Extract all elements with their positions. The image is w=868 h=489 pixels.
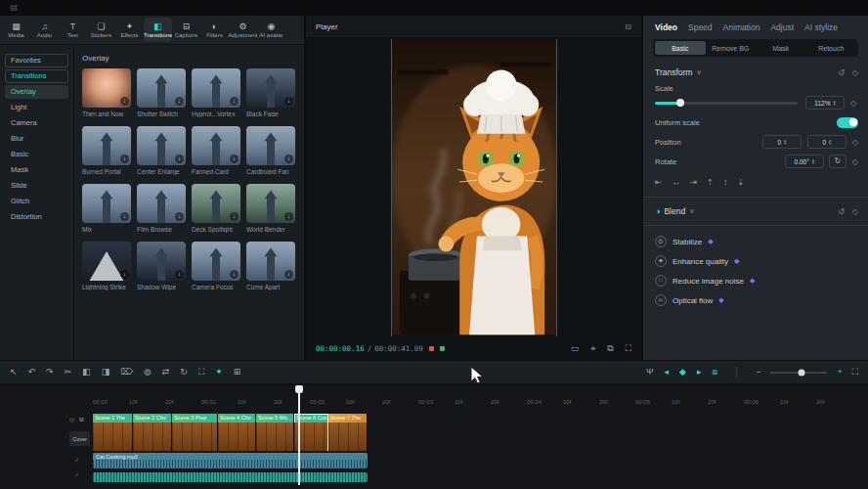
audio-track-icon[interactable]: ♪	[75, 456, 79, 463]
transition-item[interactable]: ↓ Center Enlarge	[137, 126, 186, 175]
caret-down-icon[interactable]: ▾	[784, 142, 786, 146]
cover-button[interactable]: Cover	[69, 431, 90, 446]
sidebar-item[interactable]: Basic	[5, 148, 68, 161]
transform-section-header[interactable]: Transform ∨ ↺ ◇	[655, 65, 858, 80]
playhead[interactable]	[298, 385, 300, 485]
ribbon-tab[interactable]: ⚙ Adjustment	[229, 18, 257, 42]
rotate-clip-icon[interactable]: ↻	[180, 368, 188, 377]
mirror-icon[interactable]: ⇄	[162, 368, 170, 377]
keyframe-icon[interactable]: ◇	[852, 68, 858, 77]
inspector-tab[interactable]: Adjust	[770, 22, 794, 32]
transition-item[interactable]: ↓ Then and Now	[82, 68, 131, 117]
music-track-icon[interactable]: ♪	[75, 471, 78, 477]
sidebar-item[interactable]: Glitch	[5, 195, 68, 208]
caret-down-icon[interactable]: ▾	[829, 142, 831, 146]
rotate-90-icon[interactable]: ↻	[829, 155, 846, 168]
smart-tools-icon[interactable]: ✦	[215, 368, 223, 377]
transition-item[interactable]: ↓ Mix	[82, 184, 131, 233]
add-keyframe-icon[interactable]: ◆	[679, 368, 686, 377]
transition-item[interactable]: ↓ Camera Focus	[192, 242, 240, 290]
position-y-box[interactable]: 0 ▴ ▾	[807, 135, 846, 149]
zoom-in-icon[interactable]: +	[837, 368, 842, 377]
voiceover-mic-icon[interactable]: Ψ	[646, 368, 654, 377]
transition-item[interactable]: ↓ World Bender	[246, 184, 295, 233]
snap-icon[interactable]: ⧈	[712, 368, 717, 377]
reset-icon[interactable]: ↺	[838, 207, 845, 216]
ribbon-tab[interactable]: ⊟ Captions	[172, 18, 200, 42]
keyframe-icon[interactable]: ◇	[852, 157, 858, 166]
ribbon-tab[interactable]: ◉ AI avatar	[257, 18, 285, 42]
scene-clip[interactable]: Scene 5 Mix	[256, 414, 294, 451]
align-icon[interactable]: ⇣	[737, 177, 744, 187]
keyframe-icon[interactable]: ◇	[850, 99, 856, 108]
feature-row[interactable]: ✦ Enhance quality ◆	[655, 251, 858, 271]
sidebar-item[interactable]: Slide	[5, 179, 68, 193]
transition-item[interactable]: ↓ Film Browse	[137, 184, 186, 233]
transition-item[interactable]: ↓ Shadow Wipe	[137, 242, 186, 290]
keyframe-prev-icon[interactable]: ◂	[664, 368, 669, 377]
caret-down-icon[interactable]: ▾	[812, 161, 814, 165]
transition-item[interactable]: ↓ Black Fade	[246, 68, 295, 117]
transition-item[interactable]: ↓ Hypnot...Vortex	[192, 68, 240, 117]
snapshot-icon[interactable]: ⌖	[590, 343, 595, 354]
scene-clip[interactable]: Scene 4 Cho	[218, 414, 256, 451]
ratio-icon[interactable]: ▭	[571, 343, 580, 354]
stepper-arrows-icon[interactable]: ▴ ▾	[833, 100, 835, 107]
transition-item[interactable]: ↓ Come Apart	[246, 242, 295, 290]
sidebar-item[interactable]: Camera	[5, 116, 68, 130]
trim-left-icon[interactable]: ◧	[82, 368, 91, 377]
sidebar-item[interactable]: Favorites	[5, 54, 68, 67]
fullscreen-icon[interactable]: ⛶	[626, 343, 631, 354]
scene-clip[interactable]: Scene 7 The	[328, 414, 368, 451]
timeline-ruler[interactable]: 00:0010f20f00:0110f20f00:0210f20f00:0310…	[93, 399, 852, 405]
split-icon[interactable]: ✂	[65, 368, 72, 377]
position-x-box[interactable]: 0 ▴ ▾	[762, 135, 802, 149]
transition-item[interactable]: ↓ Shutter Switch	[137, 68, 186, 117]
scene-clip[interactable]: Scene 2 Cho	[133, 414, 172, 451]
hide-track-icon[interactable]: ◎	[69, 416, 75, 423]
audio-clip[interactable]: Cat Cooking.mp3	[93, 453, 368, 468]
stepper-arrows-icon[interactable]: ▴ ▾	[784, 139, 786, 146]
caret-down-icon[interactable]: ▾	[833, 103, 835, 107]
scale-value-box[interactable]: 112% ▴ ▾	[805, 96, 845, 110]
zoom-slider-knob[interactable]	[799, 369, 805, 376]
inspector-tab[interactable]: AI stylize	[804, 22, 838, 32]
ribbon-tab[interactable]: ♫ Audio	[30, 18, 59, 42]
transition-item[interactable]: ↓ Burned Portal	[82, 126, 131, 175]
reset-icon[interactable]: ↺	[838, 68, 845, 77]
scene-clip[interactable]: Scene 1 The	[93, 414, 133, 451]
keyframe-icon[interactable]: ◇	[852, 138, 858, 147]
slider-knob[interactable]	[676, 99, 684, 107]
ribbon-tab[interactable]: ▦ Media	[2, 18, 30, 42]
keyframe-next-icon[interactable]: ▸	[697, 368, 702, 377]
stepper-arrows-icon[interactable]: ▴ ▾	[812, 158, 814, 165]
feature-row[interactable]: ≈ Optical flow ◆	[655, 290, 858, 310]
align-icon[interactable]: ⇤	[655, 177, 662, 187]
transition-item[interactable]: ↓ Fanned Card	[192, 126, 240, 175]
keyframe-icon[interactable]: ◇	[852, 207, 858, 216]
timeline-zoom-slider[interactable]	[770, 372, 827, 374]
rotate-value-box[interactable]: 0.00° ▴ ▾	[785, 155, 824, 168]
inspector-tab[interactable]: Animation	[723, 22, 760, 32]
inspector-subtab[interactable]: Mask	[756, 41, 806, 55]
zoom-out-icon[interactable]: −	[756, 368, 760, 377]
feature-row[interactable]: ⊙ Stabilize ◆	[655, 232, 858, 251]
mask-icon[interactable]: ◍	[144, 368, 152, 377]
ribbon-tab[interactable]: ❏ Stickers	[87, 18, 115, 42]
uniform-scale-toggle[interactable]	[837, 117, 858, 128]
scale-slider[interactable]	[655, 102, 798, 105]
app-menu-icon[interactable]: ▤	[8, 3, 20, 13]
align-icon[interactable]: ↕	[723, 177, 727, 187]
stepper-arrows-icon[interactable]: ▴ ▾	[829, 139, 831, 146]
player-stage[interactable]	[306, 39, 641, 336]
inspector-subtab[interactable]: Basic	[655, 41, 706, 55]
scene-clip[interactable]: Scene 3 Prep	[172, 414, 218, 451]
blend-section-header[interactable]: ◑ Blend ∨ ↺ ◇	[655, 203, 858, 219]
mini-player-icon[interactable]: ⧉	[607, 343, 613, 354]
fit-timeline-icon[interactable]: ⛶	[852, 368, 858, 377]
music-clip[interactable]	[93, 472, 368, 482]
ribbon-tab[interactable]: ◧ Transitions	[144, 18, 172, 42]
align-icon[interactable]: ↔	[672, 177, 680, 187]
align-icon[interactable]: ⇥	[690, 177, 697, 187]
delete-icon[interactable]: ⌦	[120, 368, 133, 377]
